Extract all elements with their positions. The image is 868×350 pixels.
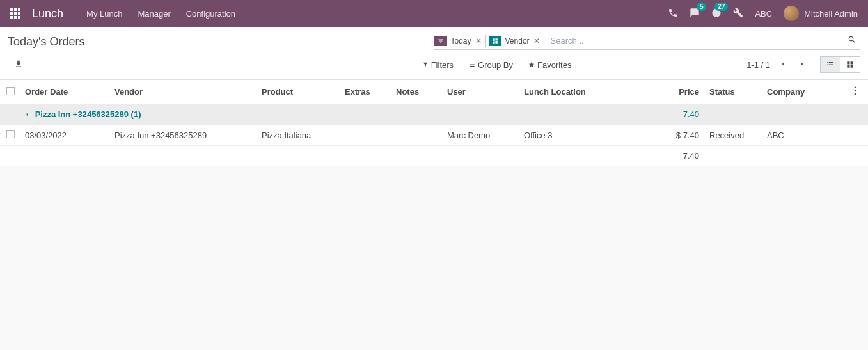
filter-facet: Today ✕ <box>434 35 486 47</box>
group-label: Pizza Inn +32456325289 (1) <box>35 109 141 119</box>
navbar: Lunch My Lunch Manager Configuration 5 2… <box>0 0 868 27</box>
navbar-right: 5 27 ABC Mitchell Admin <box>668 6 858 21</box>
orders-table: Order Date Vendor Product Extras Notes U… <box>0 80 868 166</box>
total-price: 7.40 <box>647 146 704 166</box>
col-notes[interactable]: Notes <box>391 80 442 104</box>
cell-company: ABC <box>762 125 849 146</box>
view-switcher <box>820 56 860 73</box>
col-user[interactable]: User <box>442 80 519 104</box>
cell-vendor: Pizza Inn +32456325289 <box>109 125 256 146</box>
col-location[interactable]: Lunch Location <box>519 80 647 104</box>
pager-next[interactable] <box>796 60 809 70</box>
pager-prev[interactable] <box>777 60 789 70</box>
group-by-button[interactable]: Group By <box>469 60 513 70</box>
cell-price: $ 7.40 <box>647 125 704 146</box>
filters-button[interactable]: Filters <box>422 60 454 70</box>
cell-user: Marc Demo <box>442 125 519 146</box>
svg-point-0 <box>855 86 856 88</box>
debug-icon[interactable] <box>733 8 743 20</box>
user-name: Mitchell Admin <box>804 9 858 19</box>
col-vendor[interactable]: Vendor <box>109 80 256 104</box>
kanban-view-button[interactable] <box>840 57 860 72</box>
nav-my-lunch[interactable]: My Lunch <box>86 9 122 19</box>
select-all-checkbox[interactable] <box>6 87 15 95</box>
messages-icon[interactable]: 5 <box>690 8 700 20</box>
activities-badge: 27 <box>714 3 728 11</box>
cell-product: Pizza Italiana <box>256 125 340 146</box>
col-company[interactable]: Company <box>762 80 849 104</box>
group-facet: Vendor ✕ <box>489 35 544 47</box>
row-checkbox[interactable] <box>6 130 15 138</box>
page-title: Today's Orders <box>8 35 84 49</box>
table-footer-row: 7.40 <box>0 146 868 166</box>
col-status[interactable]: Status <box>704 80 762 104</box>
col-extras[interactable]: Extras <box>340 80 391 104</box>
col-price[interactable]: Price <box>647 80 704 104</box>
filter-icon <box>434 36 447 46</box>
favorites-button[interactable]: Favorites <box>528 60 571 70</box>
export-icon[interactable] <box>14 60 23 70</box>
col-product[interactable]: Product <box>256 80 340 104</box>
group-price: 7.40 <box>647 104 704 125</box>
user-menu[interactable]: Mitchell Admin <box>784 6 858 21</box>
svg-point-1 <box>855 90 856 92</box>
cell-location: Office 3 <box>519 125 647 146</box>
filter-facet-remove[interactable]: ✕ <box>475 36 482 45</box>
pager-range: 1-1 / 1 <box>746 60 770 70</box>
cell-order-date: 03/03/2022 <box>20 125 109 146</box>
table-row[interactable]: 03/03/2022 Pizza Inn +32456325289 Pizza … <box>0 125 868 146</box>
nav-menu: My Lunch Manager Configuration <box>86 9 235 19</box>
app-name[interactable]: Lunch <box>32 7 63 20</box>
group-facet-remove[interactable]: ✕ <box>533 36 540 45</box>
group-facet-label: Vendor <box>505 36 530 45</box>
cell-notes <box>391 125 442 146</box>
group-row[interactable]: Pizza Inn +32456325289 (1) 7.40 <box>0 104 868 125</box>
search-input[interactable] <box>547 33 844 48</box>
columns-menu-icon[interactable] <box>854 88 856 97</box>
company-selector[interactable]: ABC <box>755 9 772 19</box>
cell-status: Received <box>704 125 762 146</box>
navbar-left: Lunch My Lunch Manager Configuration <box>10 7 235 20</box>
nav-configuration[interactable]: Configuration <box>186 9 235 19</box>
nav-manager[interactable]: Manager <box>138 9 170 19</box>
control-panel: Today's Orders Today ✕ Vendor ✕ <box>0 27 868 80</box>
search-options: Filters Group By Favorites <box>198 60 572 70</box>
table-header-row: Order Date Vendor Product Extras Notes U… <box>0 80 868 104</box>
col-order-date[interactable]: Order Date <box>20 80 109 104</box>
apps-icon[interactable] <box>10 8 20 19</box>
avatar <box>784 6 799 21</box>
messages-badge: 5 <box>697 3 707 11</box>
activities-icon[interactable]: 27 <box>711 8 722 20</box>
pager: 1-1 / 1 <box>746 60 809 70</box>
list-view-button[interactable] <box>821 57 840 72</box>
svg-point-2 <box>855 93 856 95</box>
cell-extras <box>340 125 391 146</box>
phone-icon[interactable] <box>668 8 678 20</box>
group-icon <box>489 36 501 46</box>
group-caret-icon <box>25 109 30 119</box>
search-bar: Today ✕ Vendor ✕ <box>434 33 861 50</box>
filter-facet-label: Today <box>451 36 471 45</box>
search-icon[interactable] <box>844 35 860 46</box>
